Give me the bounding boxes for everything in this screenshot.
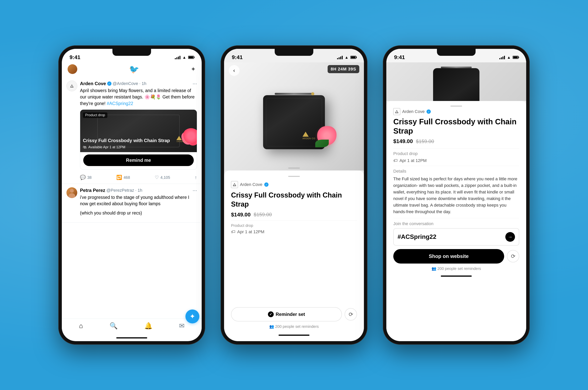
green-leaf (315, 140, 329, 147)
tweet-retweet-action[interactable]: 🔁 468 (116, 175, 130, 180)
phone-notch-3 (437, 49, 476, 56)
product-image-tweet: ARDEN CO Product drop Crissy Full Crossb… (80, 110, 197, 152)
tweet-header-line: Arden Cove ✓ @ArdenCove · 1h ··· (80, 81, 197, 87)
verified-badge: ✓ (107, 82, 111, 86)
bag-partial-zipper (441, 67, 472, 68)
comment-count: 38 (87, 175, 92, 180)
calendar-icon-3: 🏷 (393, 158, 398, 163)
brand-logo-sm-2 (231, 181, 238, 188)
retweet-count: 468 (124, 175, 130, 180)
product-availability: 🛍 Available Apr 1 at 12PM (83, 145, 194, 149)
tweet-header-line-2: Petra Perez @PerezPetraz · 1h ··· (80, 187, 197, 194)
price-current-3: $149.00 (393, 138, 413, 145)
signal-bar (175, 58, 176, 59)
bottom-nav: ⌂ 🔍 🔔 ✉ (62, 319, 202, 335)
petra-avatar[interactable] (66, 187, 77, 198)
home-bar-1 (116, 337, 147, 339)
product-image-full: ARDEN CO ‹ 8H 24M 39S (224, 62, 364, 170)
tweet-comment-action[interactable]: 💬 38 (80, 175, 92, 180)
tweet-top-2: Petra Perez @PerezPetraz · 1h ··· i've p… (66, 187, 197, 219)
tweet-body-1: Arden Cove ✓ @ArdenCove · 1h ··· April s… (80, 81, 197, 180)
hashtag-arrow[interactable]: → (505, 232, 515, 242)
remind-btn-container: Remind me (80, 152, 197, 170)
product-title-3: Crissy Full Crossbody with Chain Strap (393, 117, 519, 136)
user-avatar[interactable] (68, 64, 77, 74)
top-image-bg (386, 62, 526, 101)
compose-fab[interactable]: ✦ (185, 309, 199, 323)
status-time-1: 9:41 (69, 54, 80, 60)
back-button[interactable]: ‹ (229, 65, 240, 76)
divider-2 (393, 166, 519, 166)
nav-notifications-icon[interactable]: 🔔 (144, 322, 152, 330)
hashtag-text: #ACSpring22 (398, 233, 436, 240)
reminder-set-button[interactable]: ✓ Reminder set (231, 307, 342, 321)
signal-bar (179, 56, 180, 59)
tweet-more-btn[interactable]: ··· (193, 81, 197, 87)
signal-bar (501, 57, 502, 59)
battery-icon-3 (513, 56, 519, 59)
phone-2: 9:41 ▲ (221, 45, 367, 345)
product-card-tweet[interactable]: ARDEN CO Product drop Crissy Full Crossb… (80, 109, 197, 170)
signal-bar (176, 57, 177, 59)
tweet-dot-2: · (135, 188, 136, 193)
product-title-2: Crissy Full Crossbody with Chain Strap (231, 191, 357, 209)
brand-line-3: Arden Cove ✓ (393, 108, 519, 115)
comment-icon: 💬 (80, 175, 86, 180)
check-circle: ✓ (268, 311, 274, 317)
tweet-feed[interactable]: Arden Cove ✓ @ArdenCove · 1h ··· April s… (62, 77, 202, 319)
tweet-name-group-2: Petra Perez @PerezPetraz · 1h (80, 188, 142, 193)
share-icon: ↑ (195, 175, 197, 180)
people-icon-3: 👥 (431, 266, 437, 271)
tweet-share-action[interactable]: ↑ (195, 175, 197, 180)
reminders-count-2: 👥 200 people set reminders (231, 324, 357, 330)
phone2-content: ARDEN CO ‹ 8H 24M 39S (224, 62, 364, 341)
brand-verified-2: ✓ (264, 183, 268, 187)
bag-partial (433, 68, 480, 101)
signal-bar (178, 56, 179, 59)
reminders-count-3: 👥 200 people set reminders (393, 266, 519, 272)
tweet-like-action[interactable]: ♡ 4,105 (155, 175, 170, 180)
twitter-header: 🐦 ✦ (62, 62, 202, 77)
signal-bar (502, 56, 503, 59)
brand-name-3: Arden Cove (402, 109, 425, 114)
bag-zipper (275, 93, 313, 95)
tweet-1: Arden Cove ✓ @ArdenCove · 1h ··· April s… (62, 77, 202, 184)
brand-avatar[interactable] (66, 81, 77, 91)
like-count: 4,105 (160, 175, 170, 180)
product-drop-label-tweet: Product drop (83, 112, 107, 118)
tweet-time-2: 1h (138, 188, 142, 193)
tweet-time: 1h (142, 81, 146, 86)
signal-bars-1 (175, 55, 180, 59)
scroll-indicator (288, 168, 300, 169)
brand-triangle (233, 183, 236, 186)
sparkle-icon[interactable]: ✦ (191, 65, 196, 73)
share-button-2[interactable]: ⟳ (345, 308, 357, 321)
tweet-separator: · (139, 81, 140, 86)
tweet-more-btn-2[interactable]: ··· (193, 187, 197, 194)
product-drop-time-2: 🏷 Apr 1 at 12PM (231, 229, 357, 234)
card-handle-3 (450, 106, 462, 106)
brand-name-2: Arden Cove (240, 182, 262, 187)
tweet-hashtag[interactable]: #ACSpring22 (107, 101, 133, 106)
nav-search-icon[interactable]: 🔍 (109, 322, 118, 330)
product-title-overlay: Crissy Full Crossbody with Chain Strap 🛍… (80, 135, 197, 152)
signal-bar (504, 56, 505, 59)
shop-on-website-button[interactable]: Shop on website (393, 249, 504, 264)
bag-icon: 🛍 (83, 145, 87, 149)
product-detail-full[interactable]: Arden Cove ✓ Crissy Full Crossbody with … (386, 101, 526, 341)
tweet-top-1: Arden Cove ✓ @ArdenCove · 1h ··· April s… (66, 81, 197, 180)
divider-3 (393, 218, 519, 218)
phone3-content: ‹ Arden Cove ✓ Crissy Full (386, 62, 526, 341)
hashtag-row[interactable]: #ACSpring22 → (393, 228, 519, 245)
remind-me-button[interactable]: Remind me (83, 154, 194, 166)
people-icon-2: 👥 (269, 324, 275, 329)
bag-3d-logo: ARDEN CO (303, 132, 315, 140)
share-button-3[interactable]: ⟳ (507, 250, 519, 262)
battery-icon-2 (350, 56, 356, 59)
nav-home-icon[interactable]: ⌂ (79, 322, 83, 330)
nav-messages-icon[interactable]: ✉ (179, 322, 184, 330)
tweet-brand-name: Arden Cove (80, 81, 106, 86)
price-current-2: $149.00 (231, 212, 251, 218)
home-bar-2 (278, 335, 310, 336)
bag-3d-container: ARDEN CO (263, 95, 325, 149)
